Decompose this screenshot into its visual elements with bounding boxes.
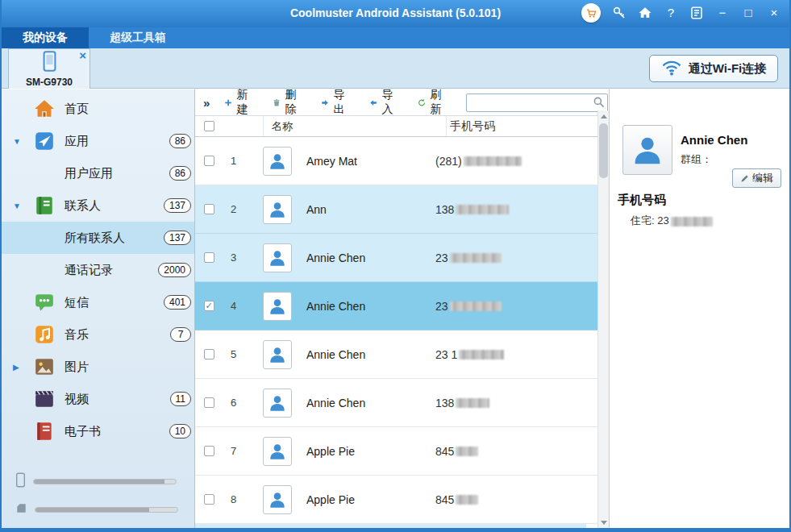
body: 首页 ▼ 应用 86 用户应用 86 ▼ 联系人 137 所有联系人 137 bbox=[2, 89, 789, 528]
table-row-selected[interactable]: ✓ 4 Annie Chen 23 bbox=[195, 282, 597, 330]
scrollbar-thumb[interactable] bbox=[599, 123, 608, 178]
edit-button[interactable]: 编辑 bbox=[732, 168, 781, 188]
row-index: 8 bbox=[223, 493, 263, 505]
sidebar-item-home[interactable]: 首页 bbox=[2, 93, 194, 125]
count-badge: 10 bbox=[169, 424, 191, 438]
sidebar-item-apps[interactable]: ▼ 应用 86 bbox=[2, 125, 194, 157]
expand-arrow-icon[interactable]: ▼ bbox=[13, 202, 21, 210]
maximize-button[interactable]: □ bbox=[741, 3, 756, 23]
sidebar-item-ebooks[interactable]: 电子书 10 bbox=[2, 415, 194, 447]
table-row[interactable]: 8 Apple Pie 845 bbox=[195, 476, 597, 524]
export-label: 导出 bbox=[333, 88, 348, 117]
sidebar-item-user-apps[interactable]: 用户应用 86 bbox=[2, 157, 194, 189]
contact-avatar bbox=[263, 147, 292, 176]
contact-avatar bbox=[263, 195, 292, 224]
export-button[interactable]: 导出 bbox=[321, 88, 348, 117]
help-icon[interactable]: ? bbox=[664, 3, 678, 23]
search-icon[interactable] bbox=[593, 96, 606, 109]
table-row[interactable]: 2 Ann 138 bbox=[195, 185, 597, 234]
main-tab-bar: 我的设备 超级工具箱 bbox=[2, 27, 789, 48]
phone-number: 23 bbox=[435, 251, 448, 264]
device-tab[interactable]: × SM-G9730 bbox=[8, 48, 90, 89]
select-all-checkbox[interactable] bbox=[204, 121, 214, 131]
scroll-up-arrow[interactable] bbox=[598, 110, 609, 122]
table-row[interactable]: 1 Amey Mat (281) bbox=[195, 137, 597, 185]
sidebar-item-sms[interactable]: 短信 401 bbox=[2, 286, 194, 318]
pencil-icon bbox=[740, 174, 749, 183]
sidebar-item-label: 通话记录 bbox=[65, 263, 113, 278]
row-index: 3 bbox=[223, 251, 263, 264]
search-input[interactable] bbox=[466, 94, 608, 112]
row-checkbox[interactable] bbox=[204, 252, 214, 263]
sidebar-item-label: 电子书 bbox=[65, 424, 101, 439]
export-arrow-icon bbox=[321, 97, 329, 109]
phone-number: 845 bbox=[435, 493, 454, 506]
feedback-icon[interactable] bbox=[689, 6, 704, 20]
contact-name: Annie Chen bbox=[306, 348, 365, 361]
tab-my-device[interactable]: 我的设备 bbox=[2, 27, 89, 48]
row-checkbox[interactable] bbox=[204, 494, 214, 505]
count-badge: 137 bbox=[164, 198, 191, 213]
toolbar: » 新建 删除 导出 导入 bbox=[195, 89, 609, 116]
redacted-phone bbox=[456, 447, 478, 456]
header-name-column[interactable]: 名称 bbox=[263, 116, 447, 136]
contact-avatar bbox=[263, 292, 292, 321]
table-row[interactable]: 3 Annie Chen 23 bbox=[195, 234, 597, 282]
table-body: 1 Amey Mat (281) 2 Ann bbox=[195, 137, 609, 528]
count-badge: 7 bbox=[170, 327, 191, 342]
minimize-button[interactable]: − bbox=[715, 3, 730, 23]
detail-group-label: 群组： bbox=[681, 152, 712, 167]
home-icon[interactable] bbox=[638, 6, 652, 20]
import-arrow-icon bbox=[369, 97, 377, 109]
row-checkbox[interactable] bbox=[204, 156, 214, 166]
refresh-button[interactable]: 刷新 bbox=[418, 88, 445, 117]
table-row[interactable]: 6 Annie Chen 138 bbox=[195, 379, 597, 427]
close-button[interactable]: × bbox=[767, 3, 781, 23]
redacted-phone bbox=[459, 350, 504, 360]
table-header: 名称 手机号码 bbox=[195, 116, 609, 137]
count-badge: 137 bbox=[164, 231, 191, 245]
sd-storage-bar bbox=[35, 507, 178, 513]
count-badge: 11 bbox=[170, 392, 191, 406]
new-button[interactable]: 新建 bbox=[224, 88, 252, 117]
row-index: 1 bbox=[223, 155, 263, 167]
contact-avatar bbox=[263, 437, 292, 466]
collapse-sidebar-button[interactable]: » bbox=[203, 96, 210, 110]
delete-button[interactable]: 删除 bbox=[273, 88, 300, 117]
contact-name: Amey Mat bbox=[306, 155, 357, 168]
table-row[interactable]: 5 Annie Chen 23 1 bbox=[195, 330, 597, 379]
sidebar-item-photos[interactable]: ▶ 图片 bbox=[2, 351, 194, 383]
sidebar-item-call-logs[interactable]: 通话记录 2000 bbox=[2, 254, 194, 286]
contact-name: Apple Pie bbox=[306, 445, 355, 458]
row-checkbox[interactable] bbox=[204, 446, 214, 456]
import-button[interactable]: 导入 bbox=[369, 88, 397, 117]
expand-arrow-icon[interactable]: ▼ bbox=[13, 137, 21, 146]
app-window: Coolmuster Android Assistant (5.0.101) ?… bbox=[0, 0, 791, 532]
tab-super-toolkit[interactable]: 超级工具箱 bbox=[89, 27, 187, 48]
key-icon[interactable] bbox=[612, 6, 627, 20]
row-checkbox[interactable] bbox=[204, 204, 214, 214]
sidebar-item-all-contacts[interactable]: 所有联系人 137 bbox=[2, 222, 194, 254]
photos-icon bbox=[34, 356, 55, 377]
header-phone-column[interactable]: 手机号码 bbox=[447, 119, 609, 134]
row-checkbox[interactable] bbox=[204, 349, 214, 360]
sd-card-icon bbox=[16, 502, 27, 517]
sidebar: 首页 ▼ 应用 86 用户应用 86 ▼ 联系人 137 所有联系人 137 bbox=[2, 89, 195, 528]
wifi-connect-button[interactable]: 通过Wi-Fi连接 bbox=[649, 55, 778, 82]
scroll-down-arrow[interactable] bbox=[598, 517, 609, 528]
table-row[interactable]: 7 Apple Pie 845 bbox=[195, 427, 597, 476]
device-phone-icon bbox=[43, 51, 56, 75]
sidebar-item-videos[interactable]: 视频 11 bbox=[2, 383, 194, 415]
row-checkbox[interactable] bbox=[204, 397, 214, 408]
storage-indicators bbox=[16, 461, 185, 517]
row-checkbox-checked[interactable]: ✓ bbox=[204, 301, 214, 311]
sidebar-item-contacts[interactable]: ▼ 联系人 137 bbox=[2, 189, 194, 222]
cart-icon[interactable] bbox=[581, 3, 601, 23]
vertical-scrollbar[interactable] bbox=[597, 110, 609, 528]
redacted-phone bbox=[456, 495, 478, 505]
device-close-icon[interactable]: × bbox=[79, 48, 86, 62]
import-label: 导入 bbox=[381, 88, 397, 117]
sidebar-item-music[interactable]: 音乐 7 bbox=[2, 318, 194, 351]
collapse-arrow-icon[interactable]: ▶ bbox=[13, 363, 19, 372]
count-badge: 86 bbox=[169, 134, 191, 148]
